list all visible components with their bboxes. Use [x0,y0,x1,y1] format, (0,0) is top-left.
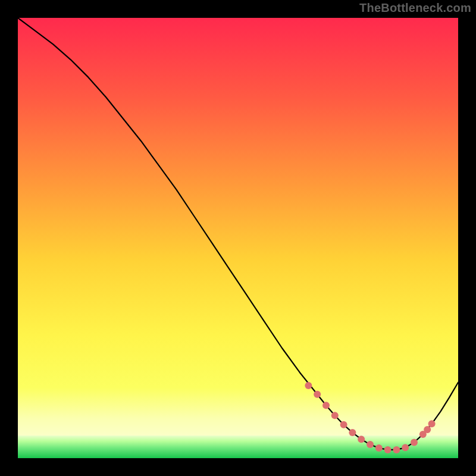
highlight-dot [428,420,436,427]
highlight-dot [424,426,431,433]
highlight-dot [314,391,321,398]
highlight-dot [349,429,356,436]
highlight-dot [384,446,392,453]
chart-svg [18,18,458,458]
highlight-dot [411,439,418,446]
chart-stage: TheBottleneck.com [0,0,476,476]
highlight-dot [367,441,374,448]
highlight-dot [402,444,409,451]
highlight-dot [305,382,312,389]
plot-area [18,18,458,458]
highlight-dot [393,446,400,453]
watermark-text: TheBottleneck.com [359,1,471,15]
green-band [18,436,458,458]
highlight-dot [322,402,330,409]
highlight-dot [375,444,383,452]
highlight-dot [331,412,339,419]
gradient-background [18,18,458,458]
highlight-dot [340,421,347,428]
highlight-dot [358,436,365,443]
